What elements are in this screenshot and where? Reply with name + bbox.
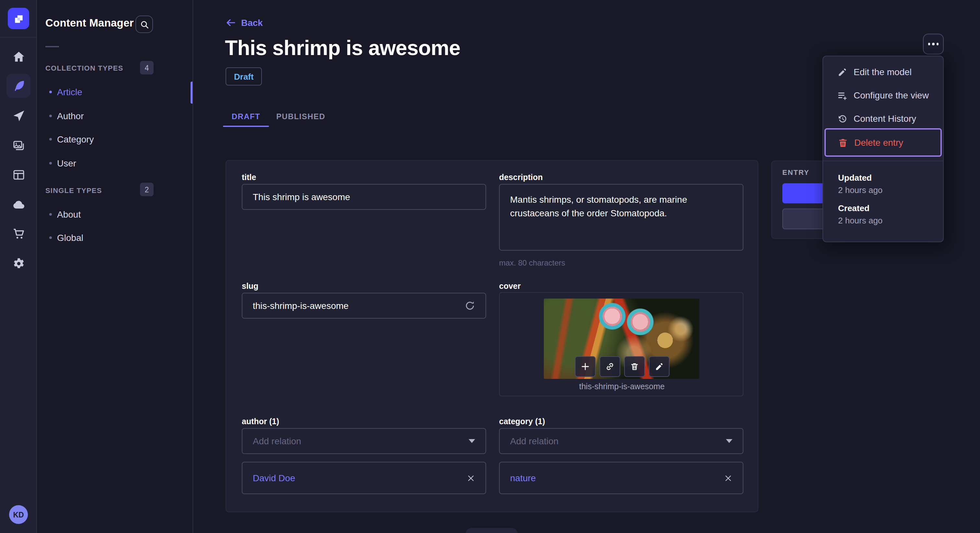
meta-created-value: 2 hours ago [838,216,883,225]
cover-actions [500,356,744,377]
back-label: Back [241,17,263,28]
link-icon [605,362,614,371]
menu-item-label: Delete entry [854,137,903,148]
sidebar-item-user[interactable]: User [37,152,192,175]
nav-content-manager-button[interactable] [0,77,37,95]
content-manager-subnav: Content Manager COLLECTION TYPES 4 Artic… [37,0,193,533]
menu-item-label: Content History [854,113,916,124]
arrow-left-icon [226,17,236,28]
sidebar-item-label: About [57,209,81,219]
configure-list-icon [837,90,847,100]
category-relation-select[interactable]: Add relation [499,428,743,454]
nav-marketplace-button[interactable] [0,225,37,243]
description-textarea[interactable]: Mantis shrimps, or stomatopods, are mari… [499,184,743,251]
edit-form-panel: title This shrimp is awesome description… [226,160,758,512]
sidebar-item-category[interactable]: Category [37,128,192,151]
chevron-down-icon [726,439,732,443]
sidebar-item-article[interactable]: Article [37,80,192,104]
strapi-logo[interactable] [8,8,29,29]
menu-item-configure-view[interactable]: Configure the view [824,84,942,107]
sidebar-item-label: Author [57,111,84,121]
menu-item-content-history[interactable]: Content History [824,107,942,130]
field-label-author: author (1) [242,417,486,426]
author-relation-item: David Doe [242,462,486,494]
bullet-icon [49,213,52,216]
dot [932,43,935,45]
pencil-icon [837,67,847,77]
menu-item-edit-model[interactable]: Edit the model [824,60,942,84]
regenerate-slug-icon[interactable] [465,300,475,311]
title-input-value: This shrimp is awesome [253,192,350,202]
status-badge-label: Draft [234,71,254,81]
sidebar-item-author[interactable]: Author [37,104,192,128]
select-placeholder: Add relation [253,436,301,446]
category-relation-item: nature [499,462,743,494]
sidebar-item-label: Global [57,233,83,243]
bullet-icon [49,236,52,239]
field-label-title: title [242,173,486,182]
title-input[interactable]: This shrimp is awesome [242,184,486,210]
more-actions-menu: Edit the model Configure the view Conten… [822,56,944,242]
nav-deploy-button[interactable] [0,195,37,214]
trash-icon [838,138,848,148]
delete-asset-button[interactable] [624,356,644,377]
paper-plane-icon [11,109,25,123]
sidebar-item-about[interactable]: About [37,203,192,226]
layout-icon [11,168,25,182]
dot [928,43,931,45]
floating-dock [465,528,518,533]
more-actions-button[interactable] [923,34,944,54]
trash-icon [630,362,639,371]
author-relation-select[interactable]: Add relation [242,428,486,454]
back-link[interactable]: Back [226,17,263,28]
edit-asset-button[interactable] [649,356,669,377]
nav-settings-button[interactable] [0,254,37,273]
menu-item-delete-entry[interactable]: Delete entry [824,128,942,157]
nav-media-library-button[interactable] [0,136,37,155]
viewport: KD Content Manager COLLECTION TYPES 4 Ar… [0,0,980,533]
remove-relation-icon[interactable] [724,474,732,482]
nav-home-button[interactable] [0,48,37,66]
bullet-icon [49,162,52,165]
chevron-down-icon [469,439,475,443]
section-label-single-types: SINGLE TYPES [45,187,102,194]
remove-relation-icon[interactable] [467,474,475,482]
search-button[interactable] [135,16,153,33]
nav-release-button[interactable] [0,107,37,125]
subnav-divider [45,46,59,47]
meta-created-label: Created [838,203,870,213]
search-icon [140,20,149,29]
sidebar-item-label: User [57,158,76,168]
field-label-description: description [499,173,743,182]
entry-panel-label: ENTRY [782,168,810,176]
tab-published[interactable]: PUBLISHED [279,108,322,125]
meta-updated-value: 2 hours ago [838,185,883,195]
menu-item-label: Configure the view [854,90,929,100]
single-types-count-badge: 2 [140,182,154,196]
gear-icon [11,257,25,271]
add-asset-button[interactable] [574,356,595,377]
relation-link[interactable]: nature [510,473,536,483]
shopping-cart-icon [11,227,25,241]
strapi-admin-app: KD Content Manager COLLECTION TYPES 4 Ar… [0,0,980,533]
strapi-logo-mark [12,12,25,25]
nav-divider [0,37,37,38]
bullet-icon [49,115,52,117]
meta-updated-label: Updated [838,173,872,182]
slug-input[interactable]: this-shrimp-is-awesome [242,293,486,319]
relation-link[interactable]: David Doe [253,473,295,483]
tab-label: DRAFT [232,112,260,121]
slug-input-value: this-shrimp-is-awesome [253,300,349,311]
field-label-slug: slug [242,282,486,291]
nav-content-type-builder-button[interactable] [0,166,37,184]
media-library-icon [11,139,25,153]
plus-icon [581,362,590,371]
user-avatar[interactable]: KD [9,505,28,524]
copy-link-button[interactable] [599,356,620,377]
active-item-indicator [191,82,192,104]
menu-divider [823,160,943,161]
tab-draft[interactable]: DRAFT [223,108,269,125]
cover-caption: this-shrimp-is-awesome [500,382,744,391]
field-label-cover: cover [499,282,743,291]
sidebar-item-global[interactable]: Global [37,226,192,249]
